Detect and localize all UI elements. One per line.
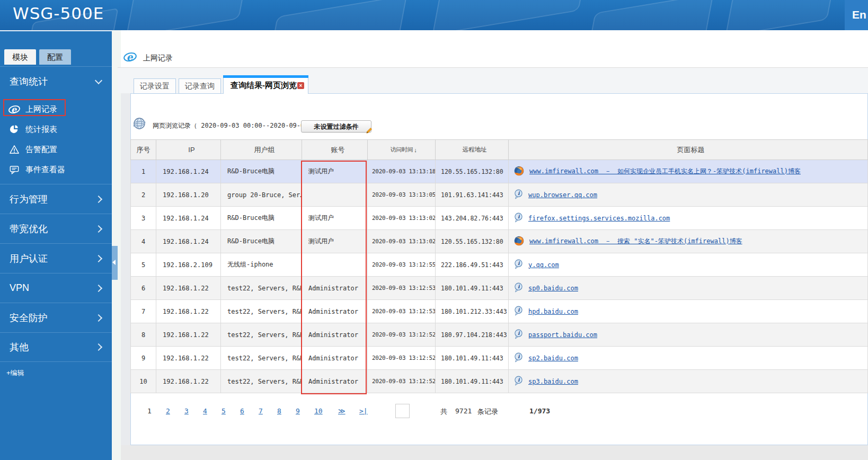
language-switch[interactable]: En <box>852 8 866 21</box>
table-cell: 2020-09-03 13:13:18 <box>368 160 436 183</box>
page-title-link[interactable]: y.qq.com <box>528 261 559 269</box>
table-cell: 192.168.1.22 <box>156 347 221 369</box>
column-header[interactable]: IP <box>156 140 221 160</box>
tab-query-result-active[interactable]: 查询结果-网页浏览 × <box>223 78 308 94</box>
page-link[interactable]: 5 <box>222 407 226 415</box>
column-header[interactable]: 用户组 <box>221 140 302 160</box>
sidebar-item-label: 告警配置 <box>25 145 57 155</box>
chevron-right-icon <box>95 254 102 262</box>
table-cell: 10 <box>131 370 156 393</box>
keyboard-decoration <box>268 0 408 30</box>
sidebar-item[interactable]: 事件查看器 <box>0 160 112 180</box>
alert-icon <box>8 145 20 154</box>
pencil-icon[interactable] <box>366 127 373 136</box>
page-title-link[interactable]: sp2.baidu.com <box>528 355 578 362</box>
table-cell: group 20-Bruce, Ser… <box>221 183 302 206</box>
sidebar-section-header[interactable]: 行为管理 <box>0 184 112 214</box>
breadcrumb: e 上网记录 <box>123 50 173 66</box>
table-cell: 6 <box>131 277 156 299</box>
table-row[interactable]: 2192.168.1.20group 20-Bruce, Ser…2020-09… <box>130 183 868 207</box>
tab-label: 查询结果-网页浏览 <box>231 81 297 91</box>
table-cell: 180.101.212.33:443 <box>436 300 509 323</box>
sidebar-section-header[interactable]: 安全防护 <box>0 303 112 332</box>
sidebar-edit-link[interactable]: +编辑 <box>6 368 24 378</box>
table-row[interactable]: 1192.168.1.24R&D-Bruce电脑测试用户2020-09-03 1… <box>130 160 868 183</box>
sidebar-item[interactable]: e上网记录 <box>0 99 112 119</box>
column-header[interactable]: 账号 <box>302 140 368 160</box>
tab-record-query[interactable]: 记录查询 <box>179 78 221 94</box>
collapse-arrow-icon <box>112 260 116 265</box>
filter-condition-button[interactable]: 未设置过滤条件 <box>301 120 371 132</box>
sidebar-tab-config[interactable]: 配置 <box>39 49 71 65</box>
sidebar-section-label: VPN <box>10 282 29 294</box>
table-row[interactable]: 5192.168.2.109无线组-iphone2020-09-03 13:12… <box>130 253 868 277</box>
table-cell <box>302 183 368 206</box>
page-title-link[interactable]: sp3.baidu.com <box>528 378 578 385</box>
page-title-link[interactable]: wup.browser.qq.com <box>528 191 597 199</box>
table-row[interactable]: 8192.168.1.22test22, Servers, R&D…Admini… <box>130 323 868 347</box>
next-pages-button[interactable]: ≫ <box>338 407 346 415</box>
column-header[interactable]: 页面标题 <box>509 140 867 160</box>
info-icon: i <box>514 282 523 294</box>
table-cell: 无线组-iphone <box>221 253 302 276</box>
sidebar-section-label: 用户认证 <box>10 252 48 265</box>
page-title-link[interactable]: firefox.settings.services.mozilla.com <box>528 215 670 222</box>
sidebar-section-label: 其他 <box>10 341 29 353</box>
chevron-right-icon <box>95 314 102 321</box>
table-cell: 192.168.1.24 <box>156 207 221 229</box>
sidebar: 模块 配置 查询统计e上网记录统计报表告警配置事件查看器行为管理带宽优化用户认证… <box>0 30 112 460</box>
page-link[interactable]: 10 <box>314 407 323 415</box>
table-cell: 2020-09-03 13:12:53 <box>368 277 436 299</box>
sidebar-submenu: e上网记录统计报表告警配置事件查看器 <box>0 96 112 184</box>
table-cell: 4 <box>131 230 156 253</box>
sidebar-section-header[interactable]: 其他 <box>0 332 112 362</box>
table-row[interactable]: 7192.168.1.22test22, Servers, R&D…Admini… <box>130 300 868 323</box>
last-page-button[interactable]: >| <box>359 407 368 415</box>
sidebar-section-header[interactable]: VPN <box>0 273 112 303</box>
sidebar-item[interactable]: 统计报表 <box>0 119 112 139</box>
page-title-cell: ihpd.baidu.com <box>509 300 867 323</box>
close-icon[interactable]: × <box>297 82 304 89</box>
page-title-link[interactable]: www.imfirewall.com － 搜索 "实名"-笨驴技术(imfire… <box>529 237 742 246</box>
page-link[interactable]: 8 <box>277 407 281 415</box>
sidebar-tab-modules[interactable]: 模块 <box>4 49 36 65</box>
table-cell: 2 <box>131 183 156 206</box>
page-jump-input[interactable] <box>395 404 410 418</box>
table-row[interactable]: 3192.168.1.24R&D-Bruce电脑测试用户2020-09-03 1… <box>130 207 868 230</box>
tab-record-settings[interactable]: 记录设置 <box>134 78 176 94</box>
sidebar-section-header[interactable]: 查询统计 <box>0 66 112 96</box>
page-link[interactable]: 7 <box>259 407 263 415</box>
table-row[interactable]: 9192.168.1.22test22, Servers, R&D…Admini… <box>130 347 868 370</box>
table-cell: 2020-09-03 13:13:02 <box>368 230 436 253</box>
page-title: 上网记录 <box>143 54 173 63</box>
event-icon <box>8 165 20 174</box>
page-link[interactable]: 9 <box>296 407 300 415</box>
table-cell: 101.91.63.141:443 <box>436 183 509 206</box>
table-cell: 192.168.1.24 <box>156 160 221 183</box>
sidebar-item[interactable]: 告警配置 <box>0 139 112 160</box>
table-cell: 120.55.165.132:80 <box>436 230 509 253</box>
column-header-label: 账号 <box>331 145 345 155</box>
table-cell: 5 <box>131 253 156 276</box>
sidebar-section-header[interactable]: 用户认证 <box>0 243 112 273</box>
page-link[interactable]: 6 <box>240 407 244 415</box>
page-link[interactable]: 4 <box>203 407 207 415</box>
column-header-label: 用户组 <box>254 145 275 155</box>
sidebar-collapse-handle[interactable] <box>112 246 118 280</box>
table-row[interactable]: 10192.168.1.22test22, Servers, R&D…Admin… <box>130 370 868 393</box>
table-row[interactable]: 6192.168.1.22test22, Servers, R&D…Admini… <box>130 277 868 300</box>
pagination-bar: 12345678910≫>|共9721条记录1/973 <box>130 403 740 420</box>
table-row[interactable]: 4192.168.1.24R&D-Bruce电脑测试用户2020-09-03 1… <box>130 230 868 253</box>
column-header[interactable]: 序号 <box>131 140 156 160</box>
page-title-link[interactable]: sp0.baidu.com <box>528 285 578 292</box>
page-title-link[interactable]: www.imfirewall.com － 如何实现企业员工手机实名上网？-笨驴技… <box>529 167 801 176</box>
keyboard-decoration <box>725 0 835 30</box>
table-cell: 180.97.104.218:443 <box>436 323 509 346</box>
page-title-link[interactable]: hpd.baidu.com <box>528 308 578 315</box>
sidebar-section-header[interactable]: 带宽优化 <box>0 214 112 243</box>
page-title-link[interactable]: passport.baidu.com <box>528 331 597 339</box>
column-header[interactable]: 远程地址 <box>436 140 509 160</box>
page-link[interactable]: 2 <box>166 407 170 415</box>
column-header[interactable]: 访问时间↓ <box>368 140 436 160</box>
page-link[interactable]: 3 <box>184 407 189 415</box>
